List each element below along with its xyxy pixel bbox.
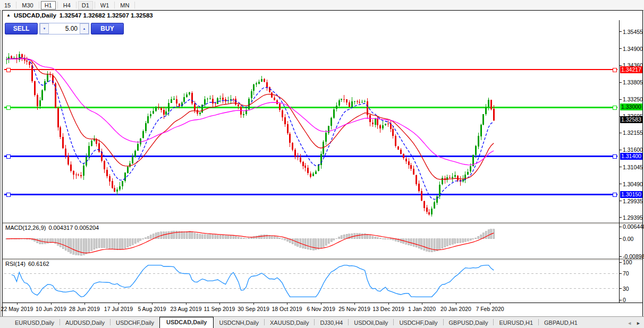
macd-bar (426, 239, 428, 251)
moving-average-45 (6, 59, 494, 165)
candle (493, 109, 495, 120)
line-anchor[interactable] (613, 193, 616, 196)
candle (375, 119, 376, 125)
buy-button[interactable]: BUY (91, 23, 124, 34)
candle (264, 79, 265, 82)
macd-bar (233, 236, 234, 239)
rsi-line (12, 265, 494, 297)
macd-bar (142, 239, 144, 239)
macd-bar (421, 239, 422, 249)
candle (410, 165, 412, 169)
timeframe-button-w1[interactable]: W1 (97, 1, 113, 10)
macd-bar (333, 239, 335, 240)
macd-bar (439, 239, 440, 250)
macd-bar (94, 239, 95, 249)
macd-bar (387, 239, 389, 239)
line-anchor[interactable] (613, 106, 616, 109)
candle (248, 99, 250, 109)
candle (282, 110, 283, 117)
timeframe-button-mn[interactable]: MN (116, 1, 133, 10)
candle (73, 171, 74, 175)
candle (387, 124, 389, 124)
macd-bar (186, 231, 188, 239)
candle (397, 146, 399, 150)
macd-indicator-panel[interactable]: MACD(12,26,9)0.004317 0.005204 (3, 224, 619, 258)
timeframe-button-h1[interactable]: H1 (41, 1, 56, 10)
sell-price-display[interactable]: 1.32583 (5, 36, 63, 55)
volume-increase-button[interactable]: ▲ (80, 23, 89, 34)
date-axis[interactable]: 22 May 201910 Jun 201928 Jun 201917 Jul … (3, 303, 642, 316)
candle (408, 161, 410, 165)
macd-bar (248, 238, 250, 238)
macd-bar (302, 239, 304, 248)
timeframe-button-m30[interactable]: M30 (18, 1, 37, 10)
scroll-left-icon[interactable]: ◄ (627, 321, 632, 326)
timeframe-button-d1[interactable]: D1 (78, 1, 93, 10)
macd-bar (341, 236, 342, 239)
macd-bar (488, 230, 489, 239)
macd-bar (225, 236, 226, 239)
scroll-right-icon[interactable]: ► (636, 321, 641, 326)
date-tick-mark (253, 303, 254, 305)
line-anchor[interactable] (6, 193, 10, 196)
candle (325, 133, 327, 142)
chart-tab[interactable]: AUDUSD,Daily (60, 318, 110, 328)
macd-bar (150, 235, 151, 239)
price-axis[interactable]: 1.354551.349001.343601.338051.332501.326… (619, 20, 642, 303)
volume-decrease-button[interactable]: ▼ (40, 23, 49, 34)
chart-tab[interactable]: GBPUSD,Daily (444, 318, 494, 328)
chart-tab[interactable]: USDOil,Daily (349, 318, 393, 328)
macd-bar (390, 239, 392, 239)
macd-bar (294, 239, 296, 246)
macd-bar (318, 239, 319, 249)
line-anchor[interactable] (613, 154, 616, 158)
sell-price-big: 58 (31, 40, 47, 54)
candle (359, 102, 360, 102)
chart-tab[interactable]: XAUUSD,Daily (265, 318, 314, 328)
chart-tab[interactable]: EURUSD,H1 (494, 318, 538, 328)
line-anchor[interactable] (613, 68, 616, 72)
rsi-plot[interactable] (3, 260, 619, 302)
candle (160, 108, 162, 110)
macd-bar (472, 239, 474, 239)
macd-bar (392, 239, 394, 240)
price-tick-label: 1.33805 (620, 79, 643, 85)
macd-bar (57, 239, 59, 245)
chart-tab[interactable]: EURUSD,Daily (10, 318, 60, 328)
candle (116, 189, 118, 192)
macd-bar (147, 236, 149, 239)
date-tick-label: 20 Jan 2020 (440, 306, 471, 312)
macd-bar (379, 238, 381, 239)
chart-tab[interactable]: USDCHF,Daily (394, 318, 443, 328)
chart-tab[interactable]: USDCHF,Daily (111, 318, 159, 328)
rsi-indicator-panel[interactable]: RSI(14)60.6162 (3, 260, 619, 302)
candle (106, 170, 108, 177)
macd-bar (452, 239, 453, 244)
macd-bar (336, 238, 337, 239)
timeframe-button-15[interactable]: 15 (1, 1, 14, 10)
candle (219, 98, 221, 99)
chart-tab[interactable]: GBPAUD,H1 (539, 318, 583, 328)
volume-input[interactable] (49, 23, 80, 34)
chart-tab-active[interactable]: USDCAD,Daily (159, 317, 214, 328)
candle (341, 99, 342, 100)
chart-tab[interactable]: USDCNH,Daily (214, 318, 264, 328)
candle (41, 90, 43, 100)
candle (132, 157, 133, 163)
macd-bar (361, 234, 363, 239)
line-anchor[interactable] (6, 68, 10, 72)
chart-symbol-label: USDCAD,Daily (14, 12, 56, 19)
candle (312, 174, 314, 177)
candle (395, 136, 396, 146)
chart-tab[interactable]: DJ30,H4 (315, 318, 348, 328)
line-anchor[interactable] (6, 106, 10, 109)
candle (186, 94, 188, 97)
sell-button[interactable]: SELL (5, 23, 38, 34)
candle (338, 100, 340, 105)
timeframe-button-h4[interactable]: H4 (60, 1, 74, 10)
date-tick-label: 10 Jun 2019 (36, 306, 66, 312)
candle (482, 114, 484, 125)
buy-price-display[interactable]: 1.32603 (65, 36, 123, 55)
line-anchor[interactable] (6, 154, 10, 158)
macd-bar (127, 239, 129, 247)
